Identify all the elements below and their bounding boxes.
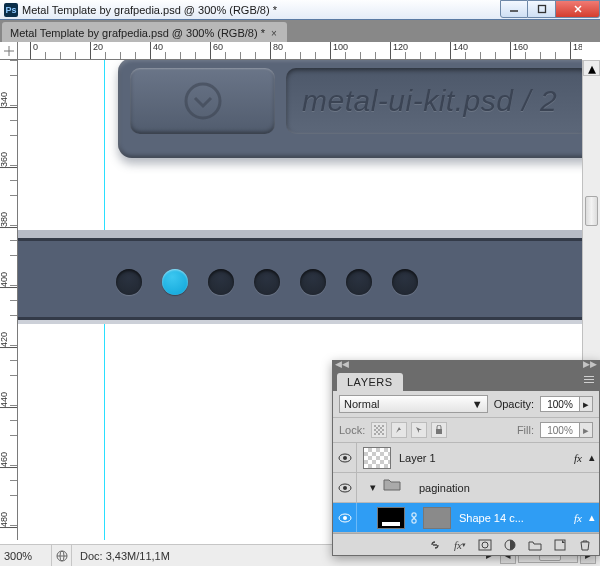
layer-row[interactable]: Shape 14 c...fx▴ bbox=[333, 503, 599, 533]
document-tab[interactable]: Metal Template by grafpedia.psd @ 300% (… bbox=[2, 22, 287, 42]
horizontal-ruler[interactable]: 020406080100120140160180 bbox=[18, 42, 582, 60]
status-globe-icon[interactable] bbox=[52, 545, 72, 566]
layer-thumbnail[interactable] bbox=[423, 507, 451, 529]
fx-badge[interactable]: fx bbox=[571, 452, 585, 464]
layer-mask-icon[interactable] bbox=[477, 537, 493, 553]
svg-point-19 bbox=[343, 516, 347, 520]
lock-buttons bbox=[371, 422, 447, 438]
panel-grip[interactable]: ◀◀▶▶ bbox=[333, 361, 599, 369]
layers-footer: fx▾ bbox=[333, 533, 599, 555]
svg-point-24 bbox=[482, 542, 488, 548]
tab-close-icon[interactable]: × bbox=[271, 28, 277, 39]
panel-menu-icon[interactable] bbox=[581, 372, 597, 386]
pagination-dot-active bbox=[162, 269, 188, 295]
layer-name[interactable]: Layer 1 bbox=[395, 452, 571, 464]
blend-mode-value: Normal bbox=[344, 398, 379, 410]
panel-tabs: LAYERS bbox=[333, 369, 599, 391]
fx-disclosure-icon[interactable]: ▴ bbox=[585, 511, 599, 524]
layer-row[interactable]: Layer 1fx▴ bbox=[333, 443, 599, 473]
pagination-dot bbox=[346, 269, 372, 295]
new-layer-icon[interactable] bbox=[552, 537, 568, 553]
svg-rect-20 bbox=[412, 513, 416, 517]
svg-rect-21 bbox=[412, 519, 416, 523]
app-icon: Ps bbox=[4, 3, 18, 17]
layer-name[interactable]: Shape 14 c... bbox=[455, 512, 571, 524]
pagination-dots bbox=[116, 269, 418, 295]
layer-list: Layer 1fx▴▾paginationShape 14 c...fx▴ bbox=[333, 443, 599, 533]
artwork-round-button bbox=[130, 68, 275, 134]
vector-mask-thumbnail[interactable] bbox=[377, 507, 405, 529]
close-button[interactable] bbox=[556, 0, 600, 18]
link-icon[interactable] bbox=[409, 512, 419, 524]
pagination-dot bbox=[254, 269, 280, 295]
artwork-text-field: metal-ui-kit.psd / 2 bbox=[286, 68, 582, 134]
lock-label: Lock: bbox=[339, 424, 365, 436]
pagination-dot bbox=[300, 269, 326, 295]
chevron-down-icon: ▼ bbox=[472, 398, 483, 410]
svg-rect-1 bbox=[538, 6, 545, 13]
pagination-dot bbox=[208, 269, 234, 295]
scroll-up-icon[interactable]: ▴ bbox=[583, 60, 600, 76]
adjustment-layer-icon[interactable] bbox=[502, 537, 518, 553]
document-tab-row: Metal Template by grafpedia.psd @ 300% (… bbox=[0, 20, 600, 42]
blend-mode-select[interactable]: Normal▼ bbox=[339, 395, 488, 413]
zoom-level[interactable]: 300% bbox=[0, 545, 52, 566]
lock-pixels-icon[interactable] bbox=[391, 422, 407, 438]
svg-point-17 bbox=[343, 486, 347, 490]
pagination-dot bbox=[392, 269, 418, 295]
maximize-button[interactable] bbox=[528, 0, 556, 18]
opacity-field[interactable]: 100% bbox=[540, 396, 580, 412]
lock-all-icon[interactable] bbox=[431, 422, 447, 438]
window-titlebar: Ps Metal Template by grafpedia.psd @ 300… bbox=[0, 0, 600, 20]
layer-thumbnail[interactable] bbox=[363, 447, 391, 469]
fill-field[interactable]: 100% bbox=[540, 422, 580, 438]
layer-name[interactable]: pagination bbox=[415, 482, 599, 494]
svg-point-15 bbox=[343, 456, 347, 460]
scroll-thumb[interactable] bbox=[585, 196, 598, 226]
layer-row[interactable]: ▾pagination bbox=[333, 473, 599, 503]
lock-position-icon[interactable] bbox=[411, 422, 427, 438]
minimize-button[interactable] bbox=[500, 0, 528, 18]
fill-flyout-icon[interactable]: ▸ bbox=[579, 422, 593, 438]
svg-rect-10 bbox=[374, 425, 384, 435]
fx-badge[interactable]: fx bbox=[571, 512, 585, 524]
vertical-ruler[interactable]: 320340360380400420440460480 bbox=[0, 60, 18, 540]
artwork-top-panel: metal-ui-kit.psd / 2 bbox=[118, 60, 582, 158]
new-group-icon[interactable] bbox=[527, 537, 543, 553]
layers-tab[interactable]: LAYERS bbox=[337, 373, 403, 391]
svg-point-6 bbox=[186, 84, 220, 118]
fill-label: Fill: bbox=[517, 424, 534, 436]
fx-disclosure-icon[interactable]: ▴ bbox=[585, 451, 599, 464]
visibility-eye-icon[interactable] bbox=[333, 473, 357, 502]
layers-panel[interactable]: ◀◀▶▶ LAYERS Normal▼ Opacity: 100% ▸ Lock… bbox=[332, 360, 600, 556]
window-title: Metal Template by grafpedia.psd @ 300% (… bbox=[22, 4, 500, 16]
visibility-eye-icon[interactable] bbox=[333, 503, 357, 532]
pagination-dot bbox=[116, 269, 142, 295]
chevron-down-icon bbox=[183, 81, 223, 121]
lock-transparency-icon[interactable] bbox=[371, 422, 387, 438]
document-tab-label: Metal Template by grafpedia.psd @ 300% (… bbox=[10, 27, 265, 39]
opacity-flyout-icon[interactable]: ▸ bbox=[579, 396, 593, 412]
delete-layer-icon[interactable] bbox=[577, 537, 593, 553]
folder-icon bbox=[383, 477, 411, 499]
visibility-eye-icon[interactable] bbox=[333, 443, 357, 472]
ruler-origin[interactable] bbox=[0, 42, 18, 60]
link-layers-icon[interactable] bbox=[427, 537, 443, 553]
artwork-pagination-bar bbox=[18, 238, 582, 320]
svg-rect-13 bbox=[436, 429, 442, 434]
layer-style-icon[interactable]: fx▾ bbox=[452, 537, 468, 553]
group-disclosure-icon[interactable]: ▾ bbox=[367, 481, 379, 494]
opacity-label: Opacity: bbox=[494, 398, 534, 410]
